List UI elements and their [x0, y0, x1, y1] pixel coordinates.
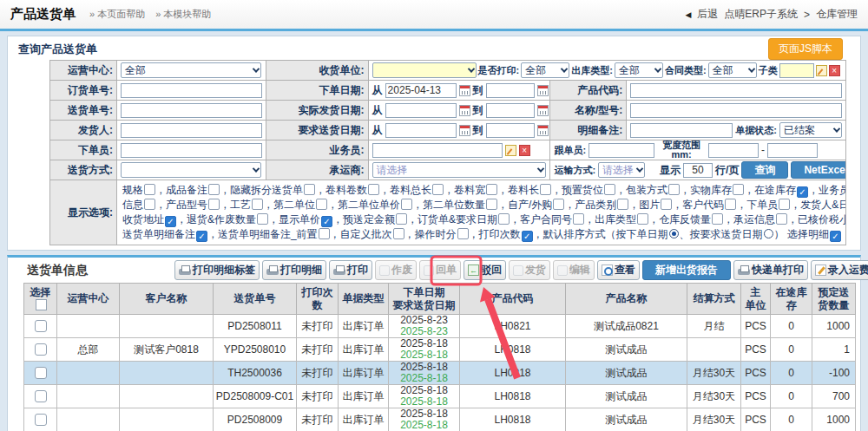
picker-icon[interactable] [816, 65, 827, 76]
picker-icon[interactable] [505, 145, 516, 156]
required-date-from-input[interactable] [385, 123, 457, 138]
query-button[interactable]: 查询 [741, 161, 788, 179]
carrier-select[interactable]: 请选择 [372, 162, 546, 178]
option-checkbox[interactable] [661, 199, 672, 210]
option-checkbox[interactable] [316, 199, 327, 210]
clear-icon[interactable] [519, 145, 530, 156]
clear-icon[interactable] [829, 65, 840, 76]
order-date-from-input[interactable] [385, 83, 457, 98]
breadcrumb-module[interactable]: 仓库管理 [816, 7, 858, 22]
shipper-input[interactable] [121, 123, 262, 138]
toolbar-button-打印[interactable]: 打印 [329, 260, 372, 280]
width-max-input[interactable] [767, 143, 818, 158]
option-checkbox[interactable] [779, 199, 790, 210]
page-js-script-button[interactable]: 页面JS脚本 [768, 38, 843, 60]
toolbar-button-快递单打印[interactable]: 快递单打印 [733, 260, 808, 280]
receiver-unit-select[interactable] [372, 62, 477, 78]
option-checkbox[interactable] [368, 184, 379, 195]
option-checkbox[interactable] [144, 184, 155, 195]
option-checkbox[interactable] [668, 184, 680, 195]
option-checkbox[interactable] [396, 213, 407, 225]
subclass-input[interactable] [779, 63, 814, 78]
calendar-icon[interactable] [459, 105, 470, 116]
cell-doc-type[interactable]: 出库订单 [339, 315, 389, 338]
option-checkbox[interactable] [540, 184, 551, 195]
option-checkbox[interactable] [617, 199, 628, 210]
transport-method-select[interactable]: 请选择 [598, 162, 645, 178]
netexcel-button[interactable]: NetExcel [791, 161, 846, 179]
width-min-input[interactable] [708, 143, 759, 158]
back-link[interactable]: 后退 [697, 7, 718, 22]
row-checkbox[interactable] [35, 320, 47, 332]
option-checkbox[interactable]: ✓ [321, 216, 332, 227]
printed-select[interactable]: 全部 [521, 62, 569, 78]
cell-doc-type[interactable]: 出库订单 [339, 362, 389, 385]
option-checkbox[interactable] [725, 199, 736, 210]
option-checkbox[interactable] [144, 199, 155, 210]
order-date-to-input[interactable] [486, 83, 535, 98]
option-checkbox[interactable] [553, 199, 564, 210]
toolbar-button-查看[interactable]: 查看 [597, 260, 640, 280]
row-checkbox[interactable] [35, 414, 47, 426]
calendar-icon[interactable] [537, 125, 549, 136]
detail-remark-input[interactable] [630, 123, 733, 138]
option-checkbox[interactable] [637, 213, 648, 225]
option-checkbox[interactable]: ✓ [797, 186, 808, 198]
option-checkbox[interactable] [457, 228, 469, 239]
option-checkbox[interactable] [486, 184, 497, 195]
follower-input[interactable] [589, 143, 654, 158]
page-help-link[interactable]: » 本页面帮助 [89, 8, 145, 21]
module-help-link[interactable]: » 本模块帮助 [155, 8, 211, 21]
ship-date-from-input[interactable] [385, 103, 457, 118]
rows-per-page-input[interactable] [683, 163, 713, 178]
option-checkbox[interactable] [776, 213, 787, 225]
contract-type-select[interactable]: 全部 [708, 62, 757, 78]
delivery-method-select[interactable] [121, 162, 261, 178]
option-checkbox[interactable] [401, 199, 412, 210]
option-checkbox[interactable] [208, 199, 220, 210]
order-clerk-input[interactable] [121, 143, 262, 158]
select-all-checkbox[interactable] [36, 299, 47, 310]
option-checkbox[interactable] [733, 184, 744, 195]
delivery-no-input[interactable] [121, 103, 262, 118]
product-code-input[interactable] [630, 83, 842, 98]
option-checkbox[interactable] [304, 184, 315, 195]
toolbar-button-新增出货报告[interactable]: 新增出货报告 [642, 260, 731, 280]
toolbar-button-打印明细标签[interactable]: 打印明细标签 [174, 260, 260, 280]
calendar-icon[interactable] [537, 85, 549, 96]
cell-doc-type[interactable]: 出库订单 [339, 408, 389, 431]
toolbar-button-驳回[interactable]: 驳回 [464, 260, 506, 280]
name-model-input[interactable] [630, 103, 842, 118]
cell-doc-type[interactable]: 出库订单 [339, 385, 389, 408]
option-checkbox[interactable]: ✓ [196, 231, 207, 242]
salesman-input[interactable] [372, 143, 503, 158]
calendar-icon[interactable] [537, 105, 549, 116]
option-checkbox[interactable] [319, 228, 330, 239]
option-checkbox[interactable] [498, 213, 510, 225]
option-checkbox[interactable] [252, 199, 263, 210]
option-checkbox[interactable] [432, 184, 444, 195]
order-no-input[interactable] [121, 83, 262, 98]
option-checkbox[interactable]: ✓ [165, 216, 176, 227]
outbound-type-select[interactable]: 全部 [615, 62, 663, 78]
calendar-icon[interactable] [459, 85, 470, 96]
doc-status-select[interactable]: 已结案 [779, 122, 842, 138]
sort-radio[interactable] [669, 229, 679, 238]
required-date-to-input[interactable] [486, 123, 535, 138]
row-checkbox[interactable] [35, 367, 47, 379]
option-checkbox[interactable] [208, 184, 220, 195]
option-checkbox[interactable] [573, 213, 584, 225]
cell-doc-type[interactable]: 出库订单 [339, 338, 389, 362]
option-checkbox[interactable] [393, 228, 404, 239]
calendar-icon[interactable] [459, 125, 470, 136]
toolbar-button-打印明细[interactable]: 打印明细 [262, 260, 326, 280]
operation-center-select[interactable]: 全部 [121, 62, 261, 78]
option-checkbox[interactable]: ✓ [522, 231, 533, 242]
row-checkbox[interactable] [35, 390, 47, 402]
option-checkbox[interactable] [486, 199, 497, 210]
breadcrumb-system[interactable]: 点晴ERP子系统 [724, 7, 798, 22]
row-checkbox[interactable] [35, 343, 47, 356]
option-checkbox[interactable] [712, 213, 723, 225]
option-checkbox[interactable]: ✓ [830, 231, 841, 242]
toolbar-button-录入运费[interactable]: 录入运费 [811, 260, 868, 280]
